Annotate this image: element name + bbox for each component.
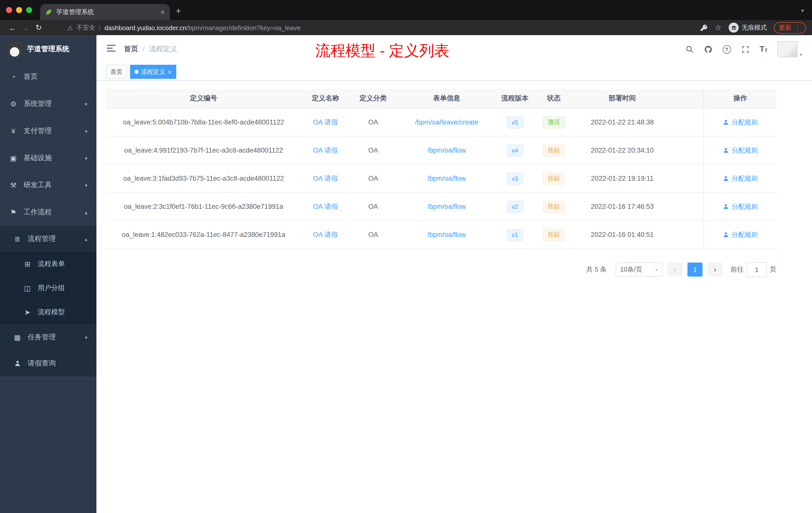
page-number-button[interactable]: 1 bbox=[688, 263, 702, 277]
send-icon: ➤ bbox=[23, 308, 32, 316]
sidebar-item-task-management[interactable]: ▦ 任务管理 ▾ bbox=[0, 324, 96, 350]
close-window-button[interactable] bbox=[6, 7, 12, 13]
browser-menu-icon[interactable]: ⋮ bbox=[794, 24, 801, 31]
font-size-icon[interactable]: TT bbox=[759, 45, 767, 53]
github-icon[interactable] bbox=[704, 45, 712, 54]
assign-rule-link[interactable]: 分配规则 bbox=[723, 118, 758, 127]
breadcrumb: 首页 / 流程定义 bbox=[124, 45, 177, 54]
assign-rule-link[interactable]: 分配规则 bbox=[723, 230, 758, 239]
deploy-time: 2022-01-22 20:34:10 bbox=[575, 137, 670, 164]
page-size-select[interactable]: 10条/页 ▾ bbox=[616, 263, 662, 277]
warning-icon: ⚠ bbox=[67, 24, 73, 31]
chevron-down-icon: ▾ bbox=[85, 101, 87, 107]
definition-name-link[interactable]: OA 请假 bbox=[313, 146, 338, 155]
reload-button[interactable]: ↻ bbox=[32, 23, 45, 32]
user-icon bbox=[723, 147, 729, 154]
form-info-link[interactable]: /bpm/oa/leave/create bbox=[415, 118, 478, 126]
sidebar-item-infrastructure[interactable]: ▣ 基础设施 ▾ bbox=[0, 145, 96, 172]
chevron-down-icon: ▾ bbox=[85, 155, 87, 161]
sidebar-item-dev-tools[interactable]: ⚒ 研发工具 ▾ bbox=[0, 172, 96, 199]
workflow-icon: ⚑ bbox=[9, 208, 18, 216]
form-info-link[interactable]: /bpm/oa/flow bbox=[427, 147, 466, 154]
user-icon bbox=[723, 175, 729, 182]
assign-rule-link[interactable]: 分配规则 bbox=[723, 174, 758, 183]
definition-name-link[interactable]: OA 请假 bbox=[313, 230, 338, 239]
user-avatar-menu[interactable]: ▾ bbox=[778, 41, 802, 57]
sidebar-item-label: 研发工具 bbox=[24, 181, 52, 190]
sidebar-item-label: 基础设施 bbox=[24, 154, 52, 163]
assign-rule-link[interactable]: 分配规则 bbox=[723, 202, 758, 211]
version-badge: v1 bbox=[507, 229, 523, 241]
definition-name-link[interactable]: OA 请假 bbox=[313, 174, 338, 183]
users-icon: ◫ bbox=[23, 284, 32, 292]
fullscreen-icon[interactable] bbox=[741, 45, 750, 54]
tag-close-icon[interactable]: × bbox=[168, 68, 172, 75]
sidebar-item-leave-query[interactable]: 请假查询 bbox=[0, 350, 96, 376]
forward-button[interactable]: → bbox=[19, 23, 32, 32]
form-info-link[interactable]: /bpm/oa/flow bbox=[427, 175, 466, 182]
breadcrumb-home[interactable]: 首页 bbox=[124, 45, 138, 54]
form-info-link[interactable]: /bpm/oa/flow bbox=[427, 231, 466, 238]
definition-name-link[interactable]: OA 请假 bbox=[313, 202, 338, 211]
tag-home[interactable]: 首页 bbox=[106, 65, 127, 79]
status-badge: 挂起 bbox=[543, 173, 565, 184]
tab-close-icon[interactable]: × bbox=[161, 8, 165, 16]
address-bar[interactable]: dashboard.yudao.iocoder.cn/bpm/manager/d… bbox=[105, 24, 300, 31]
page-goto-input[interactable] bbox=[747, 262, 767, 277]
sidebar-item-system-management[interactable]: ⚙ 系统管理 ▾ bbox=[0, 90, 96, 117]
chevron-down-icon: ▾ bbox=[655, 267, 658, 272]
tag-process-definition[interactable]: 流程定义 × bbox=[130, 65, 176, 79]
url-path: /bpm/manager/definition?key=oa_leave bbox=[186, 24, 301, 31]
search-icon[interactable] bbox=[685, 45, 694, 54]
pagination: 共 5 条 10条/页 ▾ ‹ 1 › 前往 页 bbox=[106, 262, 776, 277]
gear-icon: ⚙ bbox=[9, 100, 18, 108]
favicon-leaf-icon bbox=[45, 8, 52, 16]
window-controls bbox=[0, 0, 32, 20]
yen-icon: ¥ bbox=[9, 127, 18, 135]
sidebar-item-payment-management[interactable]: ¥ 支付管理 ▾ bbox=[0, 117, 96, 145]
deploy-time: 2022-01-16 01:40:51 bbox=[575, 221, 670, 248]
browser-tab[interactable]: 芋道管理系统 × bbox=[40, 4, 170, 20]
sidebar-item-workflow[interactable]: ⚑ 工作流程 ▴ bbox=[0, 199, 96, 226]
browser-update-button[interactable]: 更新 ⋮ bbox=[774, 22, 806, 33]
table-row: oa_leave:1:482ec033-762a-11ec-8477-a2380… bbox=[106, 221, 776, 249]
page-unit-label: 页 bbox=[770, 265, 776, 274]
form-info-link[interactable]: /bpm/oa/flow bbox=[427, 203, 466, 210]
site-security-badge[interactable]: ⚠ 不安全 | bbox=[67, 23, 100, 32]
user-icon bbox=[723, 232, 729, 238]
sidebar-item-label: 流程表单 bbox=[38, 260, 65, 269]
definition-category: OA bbox=[350, 137, 397, 164]
help-icon[interactable]: ? bbox=[722, 45, 731, 54]
maximize-window-button[interactable] bbox=[26, 7, 32, 13]
assign-rule-link[interactable]: 分配规则 bbox=[723, 146, 758, 155]
sidebar-item-user-group[interactable]: ◫ 用户分组 bbox=[0, 276, 96, 300]
sidebar-item-label: 支付管理 bbox=[24, 126, 52, 135]
password-key-icon[interactable] bbox=[700, 24, 708, 32]
back-button[interactable]: ← bbox=[6, 23, 19, 32]
column-header: 操作 bbox=[703, 89, 776, 108]
column-header: 状态 bbox=[533, 89, 575, 108]
deploy-time: 2022-01-22 19:19:11 bbox=[575, 164, 670, 192]
prev-page-button[interactable]: ‹ bbox=[667, 263, 683, 277]
definition-name-link[interactable]: OA 请假 bbox=[313, 118, 338, 127]
tab-search-chevron-icon[interactable]: ▾ bbox=[801, 7, 804, 14]
sidebar-item-home[interactable]: ◔ 首页 bbox=[0, 63, 96, 90]
sidebar-item-label: 首页 bbox=[24, 72, 38, 81]
sidebar-toggle-icon[interactable] bbox=[107, 44, 116, 54]
update-label: 更新 bbox=[779, 23, 791, 32]
url-host: dashboard.yudao.iocoder.cn bbox=[105, 24, 186, 31]
next-page-button[interactable]: › bbox=[707, 263, 723, 277]
version-badge: v3 bbox=[507, 173, 523, 184]
user-icon bbox=[723, 203, 729, 210]
browser-window: 芋道管理系统 × + ▾ ← → ↻ ⚠ 不安全 | dashboard.yud… bbox=[0, 0, 812, 513]
sidebar-item-process-model[interactable]: ➤ 流程模型 bbox=[0, 300, 96, 324]
minimize-window-button[interactable] bbox=[16, 7, 22, 13]
bookmark-star-icon[interactable]: ☆ bbox=[715, 23, 722, 32]
sidebar-item-process-management[interactable]: ≣ 流程管理 ▴ bbox=[0, 226, 96, 252]
sidebar-item-process-form[interactable]: ⊞ 流程表单 bbox=[0, 252, 96, 276]
new-tab-button[interactable]: + bbox=[176, 6, 181, 17]
column-header: 定义名称 bbox=[301, 89, 350, 108]
table-row: oa_leave:4:991f2193-7b7f-11ec-a3c8-acde4… bbox=[106, 137, 776, 164]
sidebar-item-label: 系统管理 bbox=[24, 99, 52, 109]
tasks-icon: ▦ bbox=[13, 333, 22, 341]
